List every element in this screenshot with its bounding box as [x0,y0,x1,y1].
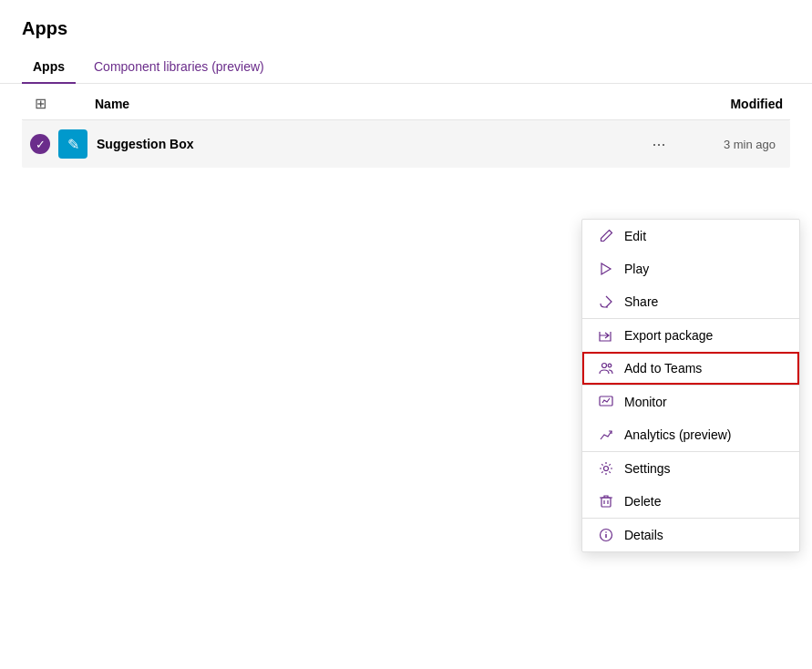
settings-icon [597,461,615,476]
col-name-header: Name [95,97,644,111]
share-icon [597,294,615,309]
menu-item-share[interactable]: Share [582,285,799,318]
menu-share-label: Share [624,294,658,309]
export-icon [597,328,615,343]
table-container: ⊞ Name Modified ✓ ✎ Suggestion Box ··· 3… [0,84,812,168]
teams-icon [597,361,615,376]
svg-point-2 [608,364,612,367]
page-title: Apps [0,0,812,50]
modified-time: 3 min ago [681,138,790,151]
col-modified-header: Modified [644,97,790,111]
monitor-icon [597,395,615,409]
svg-point-7 [605,531,607,533]
menu-item-export-package[interactable]: Export package [582,319,799,352]
tab-apps[interactable]: Apps [22,50,76,83]
app-icon: ✎ [58,129,87,159]
play-icon [597,262,615,276]
menu-item-monitor[interactable]: Monitor [582,386,799,418]
context-menu: Edit Play Share Export package [581,219,800,552]
col-check-header: ⊞ [22,95,58,112]
app-icon-symbol: ✎ [67,136,79,153]
row-check[interactable]: ✓ [22,134,58,154]
tab-component-libraries[interactable]: Component libraries (preview) [83,50,275,83]
menu-monitor-label: Monitor [624,395,667,409]
details-icon [597,528,615,542]
grid-icon: ⊞ [35,95,46,112]
menu-export-label: Export package [624,328,713,343]
table-header: ⊞ Name Modified [22,84,790,120]
svg-marker-0 [601,263,611,274]
menu-edit-label: Edit [624,229,646,243]
analytics-icon [597,427,615,442]
check-circle: ✓ [30,134,50,154]
menu-item-settings[interactable]: Settings [582,452,799,485]
menu-item-details[interactable]: Details [582,519,799,551]
delete-icon [597,494,615,509]
menu-item-delete[interactable]: Delete [582,485,799,518]
menu-analytics-label: Analytics (preview) [624,427,731,442]
menu-item-play[interactable]: Play [582,252,799,285]
menu-play-label: Play [624,262,649,276]
more-options-button[interactable]: ··· [644,129,673,159]
svg-rect-5 [601,498,611,507]
checkmark-icon: ✓ [36,138,46,151]
menu-item-analytics[interactable]: Analytics (preview) [582,418,799,451]
menu-item-edit[interactable]: Edit [582,220,799,252]
svg-point-4 [604,467,609,471]
menu-delete-label: Delete [624,494,661,509]
app-name: Suggestion Box [97,137,644,151]
table-row: ✓ ✎ Suggestion Box ··· 3 min ago [22,120,790,168]
tabs-bar: Apps Component libraries (preview) [0,50,812,84]
menu-add-to-teams-label: Add to Teams [624,361,702,376]
menu-settings-label: Settings [624,461,671,476]
menu-details-label: Details [624,528,663,542]
svg-point-1 [602,364,607,368]
menu-item-add-to-teams[interactable]: Add to Teams [582,352,799,385]
edit-icon [597,229,615,243]
